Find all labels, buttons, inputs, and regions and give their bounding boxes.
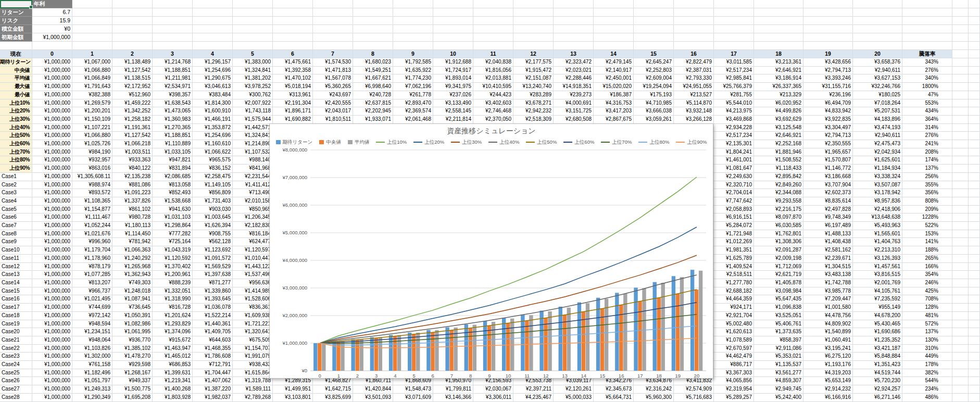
value-cell[interactable]: ¥893,572: [72, 189, 112, 197]
value-cell[interactable]: ¥3,507,087: [853, 181, 902, 190]
value-cell[interactable]: ¥2,518,511: [714, 271, 754, 279]
cell[interactable]: [393, 33, 433, 42]
value-cell[interactable]: ¥2,867,675: [594, 116, 634, 124]
cell[interactable]: [969, 107, 980, 116]
value-cell[interactable]: ¥2,043,017: [313, 107, 353, 116]
value-cell[interactable]: ¥1,461,001: [714, 156, 754, 165]
value-cell[interactable]: ¥850,965: [233, 206, 273, 214]
cell[interactable]: [72, 42, 112, 50]
cell[interactable]: [393, 8, 433, 17]
value-cell[interactable]: ¥313,961: [273, 91, 313, 99]
value-cell[interactable]: ¥712,791: [193, 361, 233, 369]
cell[interactable]: [754, 33, 803, 42]
rate-cell[interactable]: 343%: [902, 58, 952, 67]
value-cell[interactable]: ¥1,731,403: [193, 197, 233, 206]
value-cell[interactable]: ¥4,213,975: [714, 107, 754, 116]
cell[interactable]: [313, 25, 353, 33]
value-cell[interactable]: ¥1,066,622: [193, 148, 233, 157]
value-cell[interactable]: ¥1,667,621: [353, 74, 393, 83]
cell[interactable]: [313, 33, 353, 42]
row-label[interactable]: Case13: [0, 271, 32, 279]
column-header[interactable]: 15: [634, 50, 674, 58]
value-cell[interactable]: ¥2,182,830: [233, 222, 273, 230]
value-cell[interactable]: ¥1,000,000: [32, 91, 72, 99]
column-header[interactable]: 騰落率: [902, 50, 952, 58]
rate-cell[interactable]: 356%: [902, 189, 952, 197]
cell[interactable]: [674, 8, 714, 17]
rate-cell[interactable]: 314%: [902, 124, 952, 132]
column-header[interactable]: 14: [594, 50, 634, 58]
chart-panel[interactable]: 資産推移シミュレーション 期待リターン中央値平均値上位10%上位20%上位30%…: [269, 123, 713, 379]
value-cell[interactable]: ¥1,107,221: [72, 124, 112, 132]
rate-cell[interactable]: 544%: [902, 377, 952, 385]
value-cell[interactable]: ¥1,235,352: [853, 336, 902, 345]
value-cell[interactable]: ¥4,000,691: [554, 99, 594, 108]
value-cell[interactable]: ¥1,000,000: [32, 181, 72, 190]
value-cell[interactable]: ¥1,000,000: [32, 58, 72, 67]
value-cell[interactable]: ¥1,912,688: [433, 58, 473, 67]
value-cell[interactable]: ¥5,018,194: [273, 83, 313, 91]
cell[interactable]: [969, 0, 980, 8]
cell[interactable]: [952, 124, 969, 132]
value-cell[interactable]: ¥1,742,788: [803, 279, 853, 287]
value-cell[interactable]: ¥1,001,580: [803, 304, 853, 312]
cell[interactable]: [952, 58, 969, 67]
value-cell[interactable]: ¥239,273: [554, 91, 594, 99]
value-cell[interactable]: ¥2,895,842: [754, 173, 803, 181]
value-cell[interactable]: ¥1,792,585: [393, 58, 433, 67]
value-cell[interactable]: ¥1,933,071: [353, 116, 393, 124]
value-cell[interactable]: ¥236,196: [803, 91, 853, 99]
value-cell[interactable]: ¥1,803,928: [153, 394, 193, 402]
value-cell[interactable]: ¥903,030: [193, 206, 233, 214]
value-cell[interactable]: ¥5,960,300: [634, 394, 674, 402]
value-cell[interactable]: ¥1,574,530: [313, 58, 353, 67]
value-cell[interactable]: ¥1,304,515: [803, 263, 853, 271]
value-cell[interactable]: ¥7,747,642: [714, 197, 754, 206]
cell[interactable]: [952, 353, 969, 361]
value-cell[interactable]: ¥1,896,171: [273, 107, 313, 116]
value-cell[interactable]: ¥1,373,635: [754, 328, 803, 336]
rate-cell[interactable]: 425%: [902, 287, 952, 296]
value-cell[interactable]: ¥175,193: [634, 91, 674, 99]
cell[interactable]: [952, 206, 969, 214]
cell[interactable]: [273, 17, 313, 25]
cell[interactable]: [952, 271, 969, 279]
value-cell[interactable]: ¥3,178,942: [853, 189, 902, 197]
value-cell[interactable]: ¥1,383,000: [233, 58, 273, 67]
value-cell[interactable]: ¥5,000,033: [554, 394, 594, 402]
value-cell[interactable]: ¥1,471,813: [313, 67, 353, 75]
cell[interactable]: [969, 181, 980, 190]
value-cell[interactable]: ¥1,638,543: [153, 99, 193, 108]
cell[interactable]: [902, 8, 952, 17]
value-cell[interactable]: ¥1,000,000: [32, 345, 72, 353]
value-cell[interactable]: ¥2,344,088: [754, 189, 803, 197]
value-cell[interactable]: ¥1,290,675: [193, 74, 233, 83]
value-cell[interactable]: ¥781,942: [112, 238, 153, 246]
value-cell[interactable]: ¥1,296,157: [193, 58, 233, 67]
value-cell[interactable]: ¥1,031,103: [153, 213, 193, 222]
value-cell[interactable]: ¥5,242,400: [754, 394, 803, 402]
cell[interactable]: [513, 42, 554, 50]
rate-cell[interactable]: 522%: [902, 222, 952, 230]
value-cell[interactable]: ¥9,293,558: [754, 197, 803, 206]
value-cell[interactable]: ¥1,000,000: [32, 173, 72, 181]
value-cell[interactable]: ¥2,010,158: [233, 197, 273, 206]
cell[interactable]: [233, 17, 273, 25]
cell[interactable]: [969, 222, 980, 230]
value-cell[interactable]: ¥4,859,307: [754, 377, 803, 385]
cell[interactable]: [554, 42, 594, 50]
value-cell[interactable]: ¥1,188,851: [153, 67, 193, 75]
cell[interactable]: [952, 17, 969, 25]
rate-cell[interactable]: 166%: [902, 263, 952, 271]
value-cell[interactable]: ¥1,475,661: [273, 58, 313, 67]
value-cell[interactable]: ¥1,182,496: [72, 369, 112, 378]
value-cell[interactable]: ¥1,791,643: [72, 83, 112, 91]
value-cell[interactable]: ¥562,128: [193, 238, 233, 246]
value-cell[interactable]: ¥2,688,182: [714, 287, 754, 296]
cell[interactable]: [952, 320, 969, 329]
value-cell[interactable]: ¥1,387,220: [193, 385, 233, 394]
value-cell[interactable]: ¥1,332,051: [153, 287, 193, 296]
cell[interactable]: [714, 42, 754, 50]
cell[interactable]: [969, 83, 980, 91]
value-cell[interactable]: ¥213,527: [674, 91, 714, 99]
